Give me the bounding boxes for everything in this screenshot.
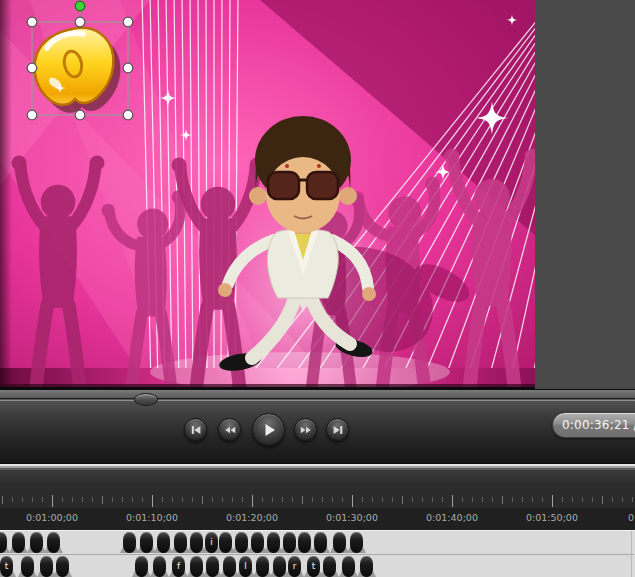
selection-handle[interactable] <box>27 63 37 73</box>
ruler-tick <box>142 497 143 502</box>
keyframe-pill[interactable] <box>135 556 148 577</box>
keyframe-pill[interactable] <box>206 556 219 577</box>
keyframe-pill[interactable] <box>40 556 53 577</box>
keyframe-pill[interactable]: r <box>288 556 301 577</box>
ruler-tick <box>122 497 123 502</box>
ruler-tick <box>632 497 633 502</box>
keyframe-pill[interactable] <box>219 532 232 553</box>
keyframe-pill[interactable] <box>47 532 60 553</box>
keyframe-pill[interactable] <box>251 532 264 553</box>
panel-divider <box>0 463 635 470</box>
keyframe-pill[interactable] <box>267 532 280 553</box>
selection-handle[interactable] <box>75 110 85 120</box>
ruler-tick <box>362 497 363 502</box>
key-track-1[interactable]: i <box>0 531 634 555</box>
ruler-time-label: 0:01:50;00 <box>526 512 578 523</box>
edge-vignette <box>0 0 12 389</box>
keyframe-pill[interactable] <box>235 532 248 553</box>
key-track-2[interactable]: tflrt <box>0 555 634 577</box>
ruler-tick <box>322 497 323 502</box>
rewind-button[interactable] <box>218 418 241 441</box>
ruler-tick <box>452 495 453 507</box>
keyframe-pill[interactable] <box>157 532 170 553</box>
timeline-panel: 0:01:00;000:01:10;000:01:20;000:01:30;00… <box>0 470 635 577</box>
keyframe-pill[interactable] <box>323 556 336 577</box>
keyframe-pill[interactable] <box>153 556 166 577</box>
timeline-toolbar-strip <box>0 470 635 494</box>
keyframe-pill[interactable] <box>123 532 136 553</box>
keyframe-pill[interactable] <box>273 556 286 577</box>
rotate-handle[interactable] <box>75 1 85 11</box>
ruler-tick <box>502 496 503 504</box>
ruler-tick <box>262 497 263 502</box>
ruler-tick <box>242 497 243 502</box>
keyframe-pill[interactable] <box>174 532 187 553</box>
ruler-tick <box>462 497 463 502</box>
ruler-tick <box>112 497 113 502</box>
timecode-display: 0:00:36;21 / 0: <box>552 412 635 438</box>
ruler-tick <box>342 497 343 502</box>
ruler-tick <box>2 496 3 504</box>
selection-handle[interactable] <box>27 110 37 120</box>
keyframe-pill[interactable]: t <box>307 556 320 577</box>
ruler-tick <box>182 497 183 502</box>
transport-bar <box>0 389 635 463</box>
video-preview-stage[interactable] <box>0 0 535 389</box>
keyframe-pill[interactable] <box>140 532 153 553</box>
ruler-tick <box>272 497 273 502</box>
keyframe-pill[interactable] <box>30 532 43 553</box>
keyframe-pill[interactable]: l <box>239 556 252 577</box>
play-icon <box>260 421 278 439</box>
ruler-tick <box>162 497 163 502</box>
ruler-tick <box>612 497 613 502</box>
ruler-tick <box>422 497 423 502</box>
ruler-tick <box>512 497 513 502</box>
keyframe-pill[interactable] <box>256 556 269 577</box>
ruler-tick <box>202 496 203 504</box>
timeline-ruler[interactable] <box>0 494 635 508</box>
selection-handle[interactable] <box>27 17 37 27</box>
ruler-tick <box>72 497 73 502</box>
fast-forward-button[interactable] <box>294 418 317 441</box>
ruler-tick <box>542 497 543 502</box>
seek-slider-thumb[interactable] <box>134 393 158 406</box>
ruler-tick <box>492 497 493 502</box>
ruler-time-label: 0:01:40;00 <box>426 512 478 523</box>
selection-handle[interactable] <box>75 17 85 27</box>
selection-handle[interactable] <box>123 110 133 120</box>
keyframe-pill[interactable] <box>298 532 311 553</box>
keyframe-pill[interactable] <box>190 532 203 553</box>
ruler-tick <box>552 495 553 507</box>
keyframe-pill[interactable] <box>223 556 236 577</box>
play-button[interactable] <box>252 413 285 446</box>
ruler-tick <box>302 496 303 504</box>
ruler-tick <box>42 497 43 502</box>
keyframe-pill[interactable] <box>21 556 34 577</box>
keyframe-pill[interactable]: t <box>0 556 13 577</box>
keyframe-pill[interactable] <box>0 532 7 553</box>
keyframe-pill[interactable] <box>333 532 346 553</box>
keyframe-pill[interactable] <box>314 532 327 553</box>
track-end-line <box>631 531 632 577</box>
ruler-time-label: 0:01:20;00 <box>226 512 278 523</box>
keyframe-pill[interactable] <box>283 532 296 553</box>
ruler-tick <box>532 497 533 502</box>
keyframe-pill[interactable] <box>350 532 363 553</box>
skip-to-end-button[interactable] <box>326 418 349 441</box>
selection-handle[interactable] <box>123 63 133 73</box>
ruler-tick <box>402 496 403 504</box>
keyframe-pill[interactable] <box>342 556 355 577</box>
ruler-tick <box>252 495 253 507</box>
selection-handle[interactable] <box>123 17 133 27</box>
ruler-tick <box>52 495 53 507</box>
right-side-panel <box>535 0 635 389</box>
keyframe-pill[interactable] <box>56 556 69 577</box>
seek-slider-track[interactable] <box>0 398 635 401</box>
keyframe-pill[interactable] <box>12 532 25 553</box>
keyframe-pill[interactable]: f <box>172 556 185 577</box>
skip-to-start-button[interactable] <box>184 418 207 441</box>
ruler-tick <box>292 497 293 502</box>
keyframe-pill[interactable] <box>190 556 203 577</box>
keyframe-pill[interactable]: i <box>205 532 218 553</box>
keyframe-pill[interactable] <box>360 556 373 577</box>
